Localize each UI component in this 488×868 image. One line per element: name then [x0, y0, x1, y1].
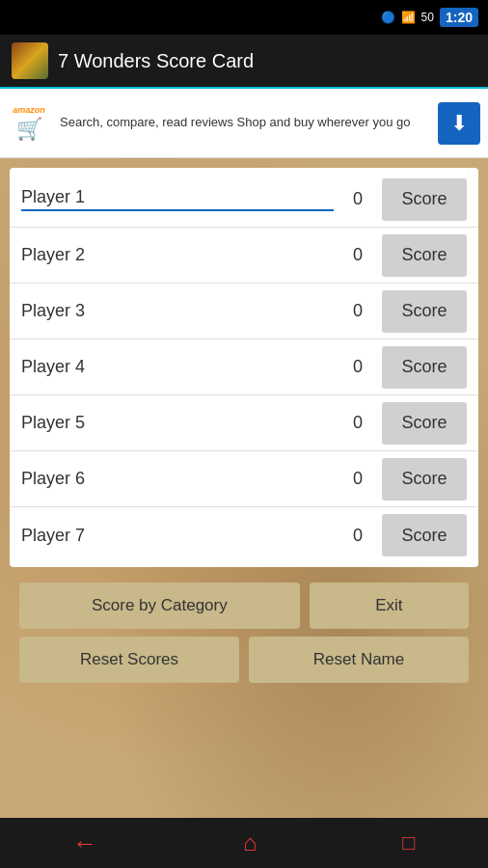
player-name-5: Player 5 [21, 413, 334, 433]
ad-logo: amazon 🛒 [8, 102, 50, 145]
score-button-5[interactable]: Score [382, 402, 467, 445]
player-row: Player 40Score [10, 339, 478, 395]
home-icon: ⌂ [243, 829, 258, 855]
player-row: Player 30Score [10, 284, 478, 339]
amazon-brand: amazon [13, 105, 45, 115]
back-button[interactable]: ← [65, 821, 105, 866]
home-button[interactable]: ⌂ [235, 822, 265, 864]
player-name-1: Player 1 [21, 187, 334, 211]
reset-name-button[interactable]: Reset Name [249, 637, 469, 683]
score-card: Player 10ScorePlayer 20ScorePlayer 30Sco… [10, 168, 478, 567]
wifi-icon: 📶 [401, 11, 416, 24]
player-score-1: 0 [334, 189, 382, 209]
recent-icon: □ [402, 830, 415, 854]
cart-icon: 🛒 [16, 117, 42, 142]
player-row: Player 50Score [10, 395, 478, 451]
ad-text: Search, compare, read reviews Shop and b… [60, 114, 428, 131]
app-icon [12, 42, 48, 79]
time-display: 1:20 [440, 8, 478, 27]
player-row: Player 10Score [10, 172, 478, 228]
player-score-2: 0 [334, 245, 382, 265]
score-by-category-button[interactable]: Score by Category [19, 583, 300, 629]
bluetooth-icon: 🔵 [381, 11, 395, 24]
player-score-5: 0 [334, 413, 382, 433]
title-bar: 7 Wonders Score Card [0, 35, 488, 89]
btn-row-2: Reset Scores Reset Name [19, 637, 469, 683]
player-name-4: Player 4 [21, 357, 334, 377]
reset-scores-button[interactable]: Reset Scores [19, 637, 239, 683]
ad-download-button[interactable]: ⬇ [438, 102, 480, 145]
status-bar: 🔵 📶 50 1:20 [0, 0, 488, 35]
recent-apps-button[interactable]: □ [394, 823, 422, 863]
player-row: Player 60Score [10, 451, 478, 507]
download-icon: ⬇ [450, 111, 468, 136]
score-button-2[interactable]: Score [382, 234, 467, 277]
player-score-3: 0 [334, 301, 382, 321]
main-content: Player 10ScorePlayer 20ScorePlayer 30Sco… [0, 158, 488, 818]
score-button-6[interactable]: Score [382, 458, 467, 501]
ad-banner: amazon 🛒 Search, compare, read reviews S… [0, 89, 488, 158]
score-button-1[interactable]: Score [382, 178, 467, 221]
player-row: Player 70Score [10, 507, 478, 563]
nav-bar: ← ⌂ □ [0, 818, 488, 868]
score-button-3[interactable]: Score [382, 290, 467, 333]
player-name-2: Player 2 [21, 245, 334, 265]
exit-button[interactable]: Exit [310, 583, 469, 629]
player-score-6: 0 [334, 469, 382, 489]
player-score-7: 0 [334, 526, 382, 546]
score-button-7[interactable]: Score [382, 514, 467, 556]
signal-icon: 50 [421, 11, 434, 24]
bottom-buttons: Score by Category Exit Reset Scores Rese… [10, 575, 478, 691]
btn-row-1: Score by Category Exit [19, 583, 469, 629]
player-name-6: Player 6 [21, 469, 334, 489]
player-name-7: Player 7 [21, 526, 334, 546]
player-score-4: 0 [334, 357, 382, 377]
player-row: Player 20Score [10, 228, 478, 284]
player-name-3: Player 3 [21, 301, 334, 321]
app-title: 7 Wonders Score Card [58, 50, 254, 72]
score-button-4[interactable]: Score [382, 346, 467, 389]
back-icon: ← [72, 828, 97, 857]
